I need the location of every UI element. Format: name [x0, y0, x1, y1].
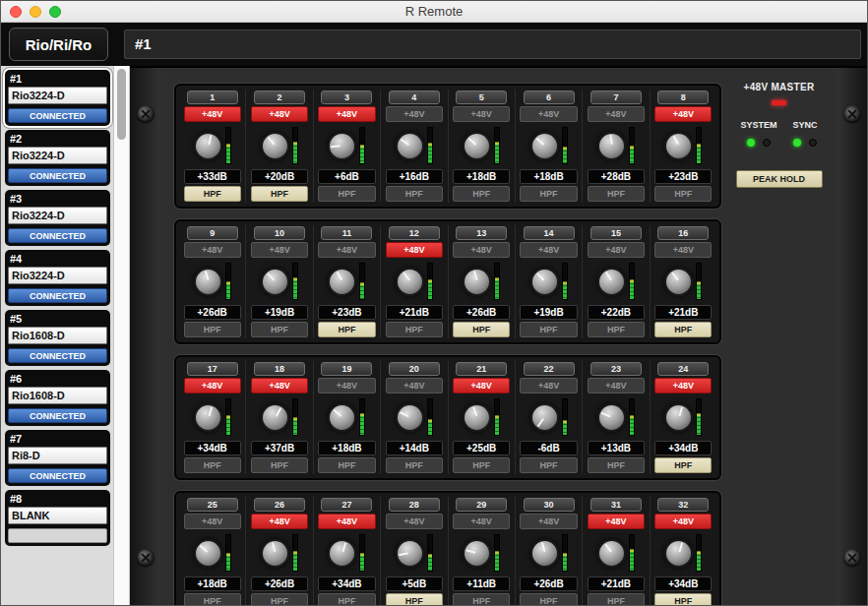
phantom-48v-button[interactable]: +48V: [588, 242, 645, 258]
gain-knob[interactable]: [530, 268, 559, 296]
hpf-button[interactable]: HPF: [386, 322, 443, 337]
gain-knob[interactable]: [463, 403, 491, 432]
hpf-button[interactable]: HPF: [453, 322, 510, 337]
phantom-48v-button[interactable]: +48V: [251, 106, 308, 122]
gain-knob[interactable]: [396, 132, 424, 160]
hpf-button[interactable]: HPF: [453, 457, 510, 473]
gain-knob[interactable]: [597, 268, 626, 296]
hpf-button[interactable]: HPF: [520, 593, 577, 606]
hpf-button[interactable]: HPF: [386, 457, 443, 473]
phantom-48v-button[interactable]: +48V: [318, 514, 375, 529]
hpf-button[interactable]: HPF: [588, 593, 645, 606]
gain-knob[interactable]: [328, 268, 356, 296]
hpf-button[interactable]: HPF: [588, 322, 645, 337]
phantom-48v-button[interactable]: +48V: [654, 378, 712, 394]
phantom-48v-button[interactable]: +48V: [184, 242, 241, 258]
gain-knob[interactable]: [261, 132, 289, 160]
phantom-48v-button[interactable]: +48V: [318, 106, 375, 122]
phantom-48v-button[interactable]: +48V: [318, 242, 375, 258]
gain-knob[interactable]: [530, 403, 559, 432]
hpf-button[interactable]: HPF: [318, 322, 375, 337]
gain-knob[interactable]: [194, 539, 222, 568]
gain-knob[interactable]: [328, 539, 356, 568]
gain-knob[interactable]: [463, 539, 491, 568]
gain-knob[interactable]: [328, 132, 356, 160]
hpf-button[interactable]: HPF: [386, 186, 443, 202]
hpf-button[interactable]: HPF: [588, 186, 645, 202]
phantom-48v-button[interactable]: +48V: [654, 242, 712, 258]
hpf-button[interactable]: HPF: [251, 593, 308, 606]
hpf-button[interactable]: HPF: [654, 186, 712, 202]
phantom-48v-button[interactable]: +48V: [453, 106, 510, 122]
phantom-48v-button[interactable]: +48V: [184, 378, 241, 394]
phantom-48v-button[interactable]: +48V: [520, 378, 577, 394]
phantom-48v-button[interactable]: +48V: [588, 514, 645, 529]
gain-knob[interactable]: [664, 539, 693, 568]
gain-knob[interactable]: [194, 132, 222, 160]
phantom-48v-button[interactable]: +48V: [453, 378, 510, 394]
phantom-48v-button[interactable]: +48V: [386, 378, 443, 394]
gain-knob[interactable]: [194, 268, 222, 296]
hpf-button[interactable]: HPF: [453, 593, 510, 606]
phantom-48v-button[interactable]: +48V: [453, 242, 510, 258]
gain-knob[interactable]: [597, 539, 626, 568]
hpf-button[interactable]: HPF: [251, 322, 308, 337]
phantom-48v-button[interactable]: +48V: [318, 378, 375, 394]
scrollbar-thumb[interactable]: [117, 69, 126, 140]
gain-knob[interactable]: [396, 403, 424, 432]
device-list-item[interactable]: #3Rio3224-DCONNECTED: [5, 190, 110, 246]
device-list-item[interactable]: #5Rio1608-DCONNECTED: [5, 310, 110, 366]
hpf-button[interactable]: HPF: [318, 593, 375, 606]
hpf-button[interactable]: HPF: [318, 457, 375, 473]
gain-knob[interactable]: [463, 132, 491, 160]
hpf-button[interactable]: HPF: [520, 322, 577, 337]
phantom-48v-button[interactable]: +48V: [251, 378, 308, 394]
gain-knob[interactable]: [261, 539, 289, 568]
phantom-48v-button[interactable]: +48V: [588, 378, 645, 394]
device-list-item[interactable]: #4Rio3224-DCONNECTED: [5, 250, 110, 306]
gain-knob[interactable]: [396, 539, 424, 568]
phantom-48v-button[interactable]: +48V: [386, 514, 443, 529]
hpf-button[interactable]: HPF: [654, 322, 712, 337]
hpf-button[interactable]: HPF: [654, 457, 712, 473]
hpf-button[interactable]: HPF: [520, 457, 577, 473]
hpf-button[interactable]: HPF: [453, 186, 510, 202]
phantom-48v-button[interactable]: +48V: [184, 514, 241, 529]
phantom-48v-button[interactable]: +48V: [386, 242, 443, 258]
gain-knob[interactable]: [194, 403, 222, 432]
phantom-48v-button[interactable]: +48V: [184, 106, 241, 122]
phantom-48v-button[interactable]: +48V: [520, 514, 577, 529]
phantom-48v-button[interactable]: +48V: [654, 514, 712, 529]
hpf-button[interactable]: HPF: [520, 186, 577, 202]
device-list-item[interactable]: #6Rio1608-DCONNECTED: [5, 370, 110, 426]
gain-knob[interactable]: [328, 403, 356, 432]
device-list-item[interactable]: #1Rio3224-DCONNECTED: [5, 70, 110, 126]
hpf-button[interactable]: HPF: [184, 593, 241, 606]
gain-knob[interactable]: [396, 268, 424, 296]
gain-knob[interactable]: [664, 268, 693, 296]
hpf-button[interactable]: HPF: [251, 186, 308, 202]
phantom-48v-button[interactable]: +48V: [520, 106, 577, 122]
device-list-scrollbar[interactable]: [113, 66, 130, 606]
phantom-48v-button[interactable]: +48V: [453, 514, 510, 529]
gain-knob[interactable]: [261, 268, 289, 296]
device-list-item[interactable]: #8BLANK: [5, 490, 110, 546]
gain-knob[interactable]: [597, 132, 626, 160]
gain-knob[interactable]: [664, 132, 693, 160]
gain-knob[interactable]: [463, 268, 491, 296]
device-list-item[interactable]: #2Rio3224-DCONNECTED: [5, 130, 110, 186]
gain-knob[interactable]: [664, 403, 693, 432]
hpf-button[interactable]: HPF: [184, 186, 241, 202]
hpf-button[interactable]: HPF: [184, 457, 241, 473]
hpf-button[interactable]: HPF: [654, 593, 712, 606]
phantom-48v-button[interactable]: +48V: [520, 242, 577, 258]
phantom-48v-button[interactable]: +48V: [386, 106, 443, 122]
gain-knob[interactable]: [530, 132, 559, 160]
gain-knob[interactable]: [597, 403, 626, 432]
gain-knob[interactable]: [261, 403, 289, 432]
device-family-button[interactable]: Rio/Ri/Ro: [9, 28, 108, 61]
hpf-button[interactable]: HPF: [184, 322, 241, 337]
phantom-48v-button[interactable]: +48V: [654, 106, 712, 122]
phantom-48v-button[interactable]: +48V: [251, 242, 308, 258]
hpf-button[interactable]: HPF: [318, 186, 375, 202]
